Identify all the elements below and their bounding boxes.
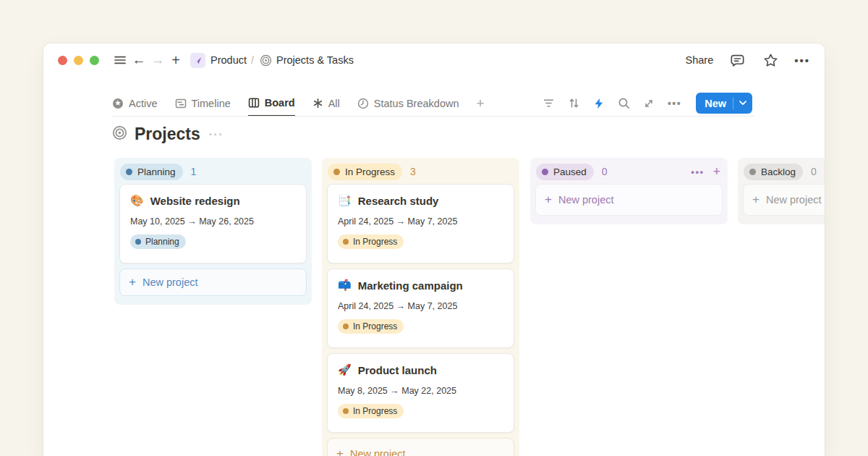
tab-label: Active [129,98,158,109]
status-label: Planning [137,166,176,177]
back-button[interactable]: ← [129,52,148,68]
tab-label: All [328,98,340,109]
expand-icon[interactable] [643,98,655,109]
tab-status-breakdown[interactable]: Status Breakdown [357,90,459,117]
rocket-emoji-icon: 🚀 [338,363,352,376]
tab-label: Board [265,97,295,109]
database-title-row: Projects ··· [112,124,224,144]
plus-icon: + [336,447,344,456]
kanban-board: Planning 1 🎨 Website redesign May 10, 20… [114,158,825,456]
tab-label: Status Breakdown [374,98,459,109]
plus-icon: + [752,193,760,207]
star-circle-icon [112,98,124,109]
new-project-label: New project [350,448,406,456]
tab-all[interactable]: All [312,90,340,117]
column-planning: Planning 1 🎨 Website redesign May 10, 20… [114,158,312,305]
breadcrumb-workspace[interactable]: Product [210,54,247,66]
add-view-button[interactable]: + [476,96,484,111]
product-workspace-icon [190,53,205,68]
filter-icon[interactable] [542,97,555,109]
status-dot [126,169,132,175]
status-dot [749,169,756,175]
title-more-icon[interactable]: ··· [209,128,224,141]
window-controls [58,56,99,65]
new-project-label: New project [142,276,198,288]
status-label: In Progress [353,406,397,416]
project-card[interactable]: 📑 Research study April 24, 2025 → May 7,… [327,184,514,263]
new-button[interactable]: New [696,93,752,114]
card-dates: April 24, 2025 → May 7, 2025 [338,301,503,311]
new-project-button[interactable]: + New project [327,438,514,456]
minimize-window-button[interactable] [74,56,83,65]
timeline-icon [175,98,187,109]
zoom-window-button[interactable] [90,56,99,65]
column-header[interactable]: In Progress 3 [322,158,519,184]
tab-board[interactable]: Board [248,90,295,117]
status-badge: In Progress [338,235,404,249]
target-icon [112,125,127,143]
status-dot [343,324,349,329]
status-label: In Progress [353,321,397,332]
status-badge: Backlog [744,164,803,180]
column-header[interactable]: Planning 1 [114,158,312,184]
status-label: Planning [145,237,179,247]
status-badge: Planning [120,164,183,180]
new-project-label: New project [558,194,614,206]
more-options-icon[interactable]: ••• [794,54,810,67]
new-project-button[interactable]: + New project [535,184,723,216]
status-label: Backlog [761,166,796,177]
card-dates: May 10, 2025 → May 26, 2025 [130,216,296,227]
column-count: 1 [191,166,197,177]
tab-timeline[interactable]: Timeline [175,90,231,117]
bookmark-tabs-emoji-icon: 📑 [338,194,352,207]
status-badge: In Progress [338,319,404,334]
breadcrumb-page[interactable]: Projects & Tasks [276,54,354,66]
status-dot [135,239,141,245]
new-project-button[interactable]: + New project [743,184,825,216]
status-dot [333,169,340,175]
project-card[interactable]: 📫 Marketing campaign April 24, 2025 → Ma… [327,269,514,348]
sidebar-toggle-icon[interactable] [111,51,129,69]
column-add-icon[interactable]: + [712,164,720,180]
automation-bolt-icon[interactable] [593,98,605,109]
new-project-button[interactable]: + New project [119,269,307,296]
sort-icon[interactable] [568,97,580,109]
tab-active[interactable]: Active [112,90,158,117]
tab-label: Timeline [192,98,231,109]
close-window-button[interactable] [58,56,67,65]
new-project-label: New project [766,194,822,206]
status-badge: Paused [536,164,594,180]
column-backlog: Backlog 0 + New project [738,158,825,224]
column-more-icon[interactable]: ••• [691,166,704,177]
new-tab-button[interactable]: + [167,52,184,69]
card-title: Marketing campaign [358,279,463,292]
column-in-progress: In Progress 3 📑 Research study April 24,… [322,158,519,456]
project-card[interactable]: 🎨 Website redesign May 10, 2025 → May 26… [119,184,307,263]
view-options-icon[interactable]: ••• [668,98,681,109]
page-title: Projects [135,124,200,144]
status-dot [542,169,548,175]
status-dot [343,239,349,245]
project-card[interactable]: 🚀 Product launch May 8, 2025 → May 22, 2… [327,353,514,433]
card-title: Website redesign [150,195,240,207]
chevron-down-icon[interactable] [733,101,752,106]
status-badge: In Progress [328,164,402,180]
column-header[interactable]: Backlog 0 [738,158,825,184]
palette-emoji-icon: 🎨 [130,194,144,207]
target-icon [260,54,272,67]
status-label: Paused [553,166,587,177]
status-badge: In Progress [338,404,404,418]
forward-button[interactable]: → [148,52,167,68]
comments-icon[interactable] [728,51,746,69]
view-toolbar: ••• New [542,90,752,117]
topbar-actions: Share ••• [686,51,810,69]
favorite-star-icon[interactable] [761,51,780,69]
status-dot [343,408,349,414]
search-icon[interactable] [618,97,630,109]
column-header[interactable]: Paused 0 ••• + [530,158,728,184]
view-tabs: Active Timeline Board All Status Breakdo… [112,90,485,117]
column-count: 0 [602,166,608,177]
plus-icon: + [129,275,136,290]
mailbox-emoji-icon: 📫 [338,279,352,292]
share-button[interactable]: Share [686,54,714,66]
